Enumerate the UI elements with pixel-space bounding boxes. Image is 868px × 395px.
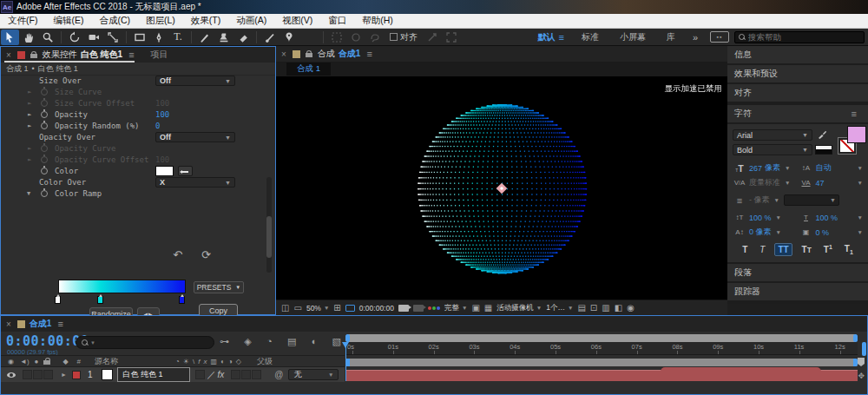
hide-shy-layers-icon[interactable]: ◔: [266, 336, 273, 347]
gradient-stop[interactable]: [179, 296, 185, 304]
menu-item[interactable]: 窗口: [320, 15, 354, 27]
fast-preview-icon[interactable]: ⊡: [590, 303, 597, 313]
menu-item[interactable]: 图层(L): [138, 15, 183, 27]
switch-cell[interactable]: [231, 370, 240, 379]
stopwatch-icon[interactable]: [41, 89, 48, 95]
stopwatch-icon[interactable]: [41, 122, 48, 129]
exposure-icon[interactable]: ◉: [627, 303, 635, 313]
panel-menu-icon[interactable]: ≡: [362, 49, 376, 59]
gradient-stop[interactable]: [55, 296, 61, 304]
monitor-icon[interactable]: ▭: [293, 303, 301, 313]
viewer-tab[interactable]: 合成 1: [286, 63, 331, 76]
motion-blur-icon[interactable]: ◐: [312, 336, 318, 347]
panel-menu-icon[interactable]: ≡: [124, 49, 138, 60]
fill-color-swatch[interactable]: [847, 126, 866, 143]
property-value[interactable]: 100: [155, 155, 169, 164]
time-ruler[interactable]: 0s01s02s03s04s05s06s07s08s09s10s11s12s: [345, 342, 858, 355]
subscript-button[interactable]: T1: [842, 243, 856, 256]
workspace-item[interactable]: 小屏幕: [609, 31, 656, 43]
property-value[interactable]: 100: [155, 99, 169, 108]
menu-item[interactable]: 视图(V): [274, 15, 320, 27]
size-over-dropdown[interactable]: Off▼: [155, 76, 235, 86]
property-value[interactable]: 0: [155, 122, 160, 130]
lock-icon[interactable]: [30, 51, 38, 58]
reset-icon[interactable]: ⟳: [201, 248, 211, 261]
stopwatch-icon[interactable]: [41, 168, 48, 174]
gradient-stop[interactable]: [97, 296, 103, 304]
panel-section-段落[interactable]: 段落: [727, 264, 868, 281]
expand-arrow-icon[interactable]: ►: [28, 111, 31, 118]
pan-behind-tool-icon[interactable]: [104, 30, 122, 45]
grid-options-icon[interactable]: ⊞: [333, 303, 340, 313]
font-family-dropdown[interactable]: Arial▼: [733, 129, 812, 141]
tracking-value[interactable]: 47: [816, 179, 825, 188]
menu-item[interactable]: 合成(C): [91, 15, 138, 27]
stopwatch-icon[interactable]: [41, 156, 48, 163]
expand-arrow-icon[interactable]: ►: [28, 100, 31, 107]
small-caps-button[interactable]: TT: [799, 244, 814, 255]
tab-composition-name[interactable]: 合成1: [337, 48, 363, 60]
panel-section-效果和预设[interactable]: 效果和预设: [727, 65, 868, 82]
faux-italic-button[interactable]: T: [757, 244, 767, 255]
particle-sphere-render[interactable]: [276, 76, 727, 300]
panel-menu-icon[interactable]: ≡: [53, 319, 67, 329]
color-swatch[interactable]: [155, 166, 174, 176]
expand-arrow-icon[interactable]: ►: [28, 145, 31, 152]
eraser-tool-icon[interactable]: [234, 30, 253, 45]
eyedropper-icon[interactable]: [815, 129, 829, 141]
horizontal-scale-value[interactable]: 100 %: [816, 214, 838, 222]
layer-name[interactable]: 白色 纯色 1: [117, 367, 190, 382]
vertical-scale-value[interactable]: 100 %: [749, 214, 772, 222]
all-caps-button[interactable]: TT: [774, 243, 792, 256]
fx-icon[interactable]: fx: [218, 370, 225, 379]
composition-viewer[interactable]: 显示加速已禁用: [276, 76, 727, 300]
panel-section-信息[interactable]: 信息: [727, 46, 868, 63]
stroke-style-dropdown[interactable]: ▼: [784, 194, 839, 206]
help-search-box[interactable]: [734, 31, 865, 43]
frame-blending-icon[interactable]: ▤: [287, 336, 296, 347]
brush-tool-icon[interactable]: [196, 30, 214, 45]
preview-time[interactable]: 0:00:00:00: [359, 304, 394, 313]
snap-toggle[interactable]: 对齐: [390, 31, 418, 43]
panel-section-跟踪器[interactable]: 跟踪器: [727, 283, 868, 300]
roto-brush-tool-icon[interactable]: [261, 30, 279, 45]
workspace-menu-icon[interactable]: ≡: [558, 32, 570, 43]
timeline-tab[interactable]: 合成1: [28, 318, 54, 330]
switch-cell[interactable]: [252, 370, 261, 379]
tsume-value[interactable]: 0 %: [816, 228, 830, 237]
stopwatch-icon[interactable]: [41, 190, 48, 197]
font-size-value[interactable]: 267: [749, 164, 762, 173]
collapse-arrow-icon[interactable]: ▼: [27, 190, 30, 197]
workspace-item[interactable]: 库: [656, 31, 686, 43]
hand-tool-icon[interactable]: [20, 30, 38, 45]
quality-cell[interactable]: [195, 370, 205, 379]
menu-item[interactable]: 效果(T): [183, 15, 228, 27]
rotation-tool-icon[interactable]: [66, 30, 84, 45]
parent-dropdown[interactable]: 无▼: [288, 369, 339, 380]
snapshot-icon[interactable]: [398, 305, 409, 312]
menu-item[interactable]: 动画(A): [228, 15, 274, 27]
color-over-dropdown[interactable]: X▼: [155, 177, 235, 188]
expand-arrow-icon[interactable]: ►: [28, 89, 31, 95]
camera-view-dropdown[interactable]: 活动摄像机▼: [496, 303, 542, 313]
stopwatch-icon[interactable]: [41, 100, 48, 107]
eyedropper-icon[interactable]: [178, 166, 193, 176]
tab-project[interactable]: 项目: [139, 49, 181, 61]
undo-icon[interactable]: ↶: [173, 248, 182, 261]
mini-flowchart-icon[interactable]: ⊶: [220, 336, 229, 347]
pixel-aspect-icon[interactable]: ▤: [577, 303, 585, 313]
snap-checkbox[interactable]: [390, 33, 398, 41]
faux-bold-button[interactable]: T: [740, 244, 750, 255]
playhead[interactable]: [345, 342, 346, 381]
time-navigator-bar[interactable]: [345, 334, 858, 342]
close-panel-icon[interactable]: ×: [276, 49, 290, 59]
lock-icon[interactable]: [306, 50, 313, 57]
kerning-value[interactable]: 度量标准: [749, 177, 780, 188]
property-value[interactable]: 100: [155, 110, 169, 119]
expand-arrow-icon[interactable]: ►: [28, 122, 31, 129]
lock-cell[interactable]: [43, 370, 53, 379]
work-area-bar[interactable]: [345, 359, 858, 366]
rectangle-tool-icon[interactable]: [131, 30, 149, 45]
workspace-switcher-icon[interactable]: ▪▪: [710, 31, 729, 43]
superscript-button[interactable]: T1: [821, 243, 835, 255]
